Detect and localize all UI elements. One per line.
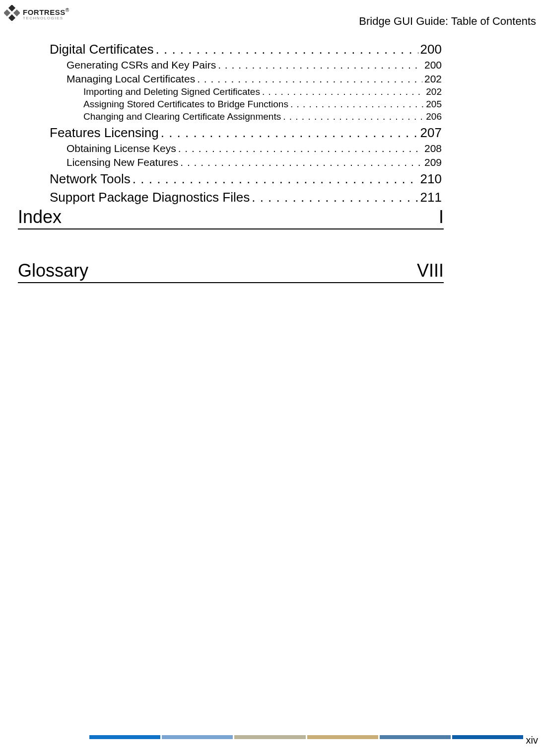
toc-entry[interactable]: Licensing New Features209 — [50, 156, 442, 168]
logo-text-main: FORTRESS — [23, 8, 66, 16]
svg-rect-3 — [8, 14, 15, 21]
toc-entry[interactable]: Support Package Diagnostics Files211 — [50, 190, 442, 205]
section-page: VIII — [417, 260, 444, 281]
toc-leader-dots — [133, 171, 418, 187]
toc-entry-page: 200 — [420, 42, 442, 57]
toc-entry-label: Assigning Stored Certificates to Bridge … — [83, 99, 288, 110]
toc-leader-dots — [262, 86, 424, 97]
table-of-contents: Digital Certificates200Generating CSRs a… — [50, 39, 442, 205]
toc-entry[interactable]: Generating CSRs and Key Pairs200 — [50, 59, 442, 71]
toc-entry-label: Changing and Clearing Certificate Assign… — [83, 111, 281, 122]
logo-text-sub: TECHNOLOGIES — [23, 16, 69, 20]
footer-bar-segment — [162, 735, 233, 739]
toc-leader-dots — [218, 59, 422, 71]
toc-entry-page: 202 — [424, 73, 442, 85]
toc-leader-dots — [180, 156, 422, 168]
toc-entry-label: Generating CSRs and Key Pairs — [67, 59, 216, 71]
section-label: Index — [18, 207, 62, 227]
section-index[interactable]: Index I — [18, 207, 444, 229]
toc-entry-page: 200 — [424, 59, 442, 71]
brand-logo: FORTRESS® TECHNOLOGIES — [4, 5, 69, 23]
logo-mark-icon — [4, 5, 20, 23]
svg-rect-1 — [13, 9, 20, 16]
toc-entry-label: Features Licensing — [50, 125, 159, 141]
toc-entry[interactable]: Assigning Stored Certificates to Bridge … — [50, 99, 442, 110]
toc-entry-page: 207 — [420, 125, 442, 141]
section-glossary[interactable]: Glossary VIII — [18, 260, 444, 283]
toc-entry[interactable]: Network Tools210 — [50, 171, 442, 187]
toc-entry[interactable]: Obtaining License Keys208 — [50, 143, 442, 154]
footer-bar-segment — [380, 735, 451, 739]
section-label: Glossary — [18, 260, 88, 281]
toc-leader-dots — [283, 111, 424, 122]
toc-entry-label: Managing Local Certificates — [67, 73, 195, 85]
toc-entry-page: 211 — [420, 190, 442, 205]
toc-leader-dots — [178, 143, 422, 154]
toc-entry-label: Support Package Diagnostics Files — [50, 190, 250, 205]
toc-leader-dots — [156, 42, 418, 57]
toc-entry[interactable]: Importing and Deleting Signed Certificat… — [50, 86, 442, 97]
toc-entry-label: Obtaining License Keys — [67, 143, 176, 154]
toc-entry-page: 205 — [426, 99, 442, 110]
toc-entry-page: 206 — [426, 111, 442, 122]
toc-entry-label: Network Tools — [50, 171, 131, 187]
toc-leader-dots — [252, 190, 418, 205]
toc-entry-label: Licensing New Features — [67, 156, 178, 168]
svg-rect-0 — [8, 5, 15, 11]
toc-entry-page: 202 — [426, 86, 442, 97]
toc-entry[interactable]: Managing Local Certificates202 — [50, 73, 442, 85]
footer-bar-segment — [452, 735, 523, 739]
footer-bar-segment — [307, 735, 378, 739]
toc-entry-page: 210 — [420, 171, 442, 187]
page-header-title: Bridge GUI Guide: Table of Contents — [359, 15, 536, 28]
toc-entry-page: 209 — [424, 156, 442, 168]
toc-leader-dots — [161, 125, 418, 141]
toc-leader-dots — [197, 73, 422, 85]
toc-entry-page: 208 — [424, 143, 442, 154]
toc-leader-dots — [290, 99, 424, 110]
toc-entry[interactable]: Changing and Clearing Certificate Assign… — [50, 111, 442, 122]
svg-rect-2 — [4, 9, 10, 16]
registered-icon: ® — [66, 7, 69, 13]
footer-bar-segment — [234, 735, 305, 739]
toc-entry-label: Importing and Deleting Signed Certificat… — [83, 86, 260, 97]
footer-bar-segment — [89, 735, 160, 739]
page-number: xiv — [526, 735, 538, 746]
toc-entry-label: Digital Certificates — [50, 42, 154, 57]
toc-entry[interactable]: Digital Certificates200 — [50, 42, 442, 57]
toc-entry[interactable]: Features Licensing207 — [50, 125, 442, 141]
footer-accent-bar — [89, 735, 523, 739]
page: FORTRESS® TECHNOLOGIES Bridge GUI Guide:… — [0, 0, 541, 756]
section-page: I — [439, 207, 444, 227]
